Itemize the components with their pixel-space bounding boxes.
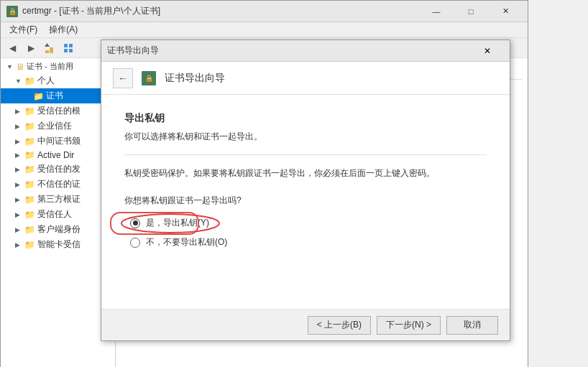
client-auth-arrow: ▶ <box>15 226 22 233</box>
main-title-bar: 🔒 certmgr - [证书 - 当前用户\个人证书] — □ ✕ <box>1 1 528 22</box>
untrusted-icon: 📁 <box>24 180 35 190</box>
trusted-person-icon: 📁 <box>24 210 35 220</box>
title-bar-buttons: — □ ✕ <box>420 1 522 22</box>
minimize-button[interactable]: — <box>420 1 453 22</box>
dialog-close-button[interactable]: ✕ <box>471 40 504 62</box>
sidebar-item-enterprise[interactable]: ▶ 📁 企业信任 <box>1 119 115 134</box>
section-note: 私钥受密码保护。如果要将私钥跟证书一起导出，你必须在后面一页上键入密码。 <box>124 167 487 180</box>
radio-yes-item[interactable]: 是，导出私钥(Y) <box>130 217 487 229</box>
sidebar-item-client-auth[interactable]: ▶ 📁 客户端身份 <box>1 222 115 237</box>
sidebar-smartcard-label: 智能卡受信 <box>37 238 81 251</box>
radio-no-circle <box>130 238 140 248</box>
sidebar-active-dir-label: Active Dir <box>37 150 74 160</box>
active-dir-arrow: ▶ <box>15 152 22 159</box>
sidebar-client-auth-label: 客户端身份 <box>37 223 81 236</box>
section-desc: 你可以选择将私钥和证书一起导出。 <box>124 131 487 143</box>
svg-rect-3 <box>69 44 73 47</box>
smartcard-icon: 📁 <box>24 240 35 250</box>
untrusted-arrow: ▶ <box>15 181 22 188</box>
sidebar-trusted-pub-label: 受信任的发 <box>37 163 81 175</box>
up-button[interactable] <box>41 40 58 56</box>
sidebar-item-trusted-root[interactable]: ▶ 📁 受信任的根 <box>1 103 115 119</box>
main-window-title: certmgr - [证书 - 当前用户\个人证书] <box>22 5 420 17</box>
radio-yes-circle <box>130 218 140 228</box>
menu-action[interactable]: 操作(A) <box>43 22 83 37</box>
sidebar-item-third-party[interactable]: ▶ 📁 第三方根证 <box>1 192 115 207</box>
sidebar-item-cert[interactable]: 📁 证书 <box>1 88 115 103</box>
expand-arrow: ▼ <box>6 63 14 70</box>
maximize-button[interactable]: □ <box>454 1 487 22</box>
active-dir-icon: 📁 <box>24 150 35 160</box>
back-button[interactable]: < 上一步(B) <box>308 316 371 335</box>
sidebar-item-personal[interactable]: ▼ 📁 个人 <box>1 73 115 88</box>
enterprise-icon: 📁 <box>24 121 35 131</box>
svg-rect-1 <box>50 47 53 53</box>
trusted-pub-arrow: ▶ <box>15 166 22 173</box>
intermediate-icon: 📁 <box>24 136 35 147</box>
export-wizard-dialog: 证书导出向导 ✕ ← 🔒 证书导出向导 导出私钥 你可以选择将私钥和证书一起导出… <box>101 40 510 341</box>
svg-rect-2 <box>64 44 68 47</box>
third-party-icon: 📁 <box>24 195 35 205</box>
question-text: 你想将私钥跟证书一起导出吗? <box>124 195 487 207</box>
cert-folder-icon: 📁 <box>33 91 44 101</box>
wizard-body: 导出私钥 你可以选择将私钥和证书一起导出。 私钥受密码保护。如果要将私钥跟证书一… <box>101 95 510 309</box>
sidebar-cert-label: 证书 <box>46 90 63 102</box>
client-auth-icon: 📁 <box>24 225 35 235</box>
forward-button[interactable]: ▶ <box>22 40 40 56</box>
next-button[interactable]: 下一步(N) > <box>377 316 441 335</box>
sidebar-item-untrusted[interactable]: ▶ 📁 不信任的证 <box>1 177 115 192</box>
wizard-title-label: 证书导出向导 <box>165 72 225 85</box>
divider <box>124 154 487 155</box>
back-button[interactable]: ◀ <box>4 40 21 56</box>
menu-file[interactable]: 文件(F) <box>4 22 43 37</box>
sidebar-enterprise-label: 企业信任 <box>37 120 72 132</box>
sidebar-item-smartcard[interactable]: ▶ 📁 智能卡受信 <box>1 237 115 252</box>
trusted-root-arrow: ▶ <box>15 108 22 115</box>
dialog-title: 证书导出向导 <box>107 45 471 57</box>
enterprise-arrow: ▶ <box>15 123 22 130</box>
view-button[interactable] <box>60 40 77 56</box>
personal-folder-icon: 📁 <box>24 76 35 86</box>
dialog-title-bar: 证书导出向导 ✕ <box>101 40 510 62</box>
smartcard-arrow: ▶ <box>15 241 22 248</box>
sidebar-root-label: 证书 - 当前用 <box>27 61 73 72</box>
svg-rect-5 <box>69 49 73 52</box>
sidebar-untrusted-label: 不信任的证 <box>37 178 81 190</box>
sidebar-item-trusted-person[interactable]: ▶ 📁 受信任人 <box>1 207 115 222</box>
wizard-header: ← 🔒 证书导出向导 <box>101 62 510 95</box>
third-party-arrow: ▶ <box>15 196 22 203</box>
sidebar-trusted-root-label: 受信任的根 <box>37 105 81 117</box>
cancel-button[interactable]: 取消 <box>446 316 498 335</box>
radio-no-item[interactable]: 不，不要导出私钥(O) <box>130 236 487 248</box>
intermediate-arrow: ▶ <box>15 138 22 145</box>
trusted-pub-icon: 📁 <box>24 164 35 175</box>
sidebar-personal-label: 个人 <box>37 75 55 87</box>
sidebar-third-party-label: 第三方根证 <box>37 193 81 205</box>
svg-rect-0 <box>45 50 49 53</box>
app-icon: 🔒 <box>6 6 18 17</box>
section-title: 导出私钥 <box>124 112 487 125</box>
trusted-root-icon: 📁 <box>24 106 35 116</box>
sidebar-intermediate-label: 中间证书颁 <box>37 135 81 147</box>
trusted-person-arrow: ▶ <box>15 211 22 218</box>
wizard-back-nav-button[interactable]: ← <box>113 68 133 88</box>
sidebar-item-active-dir[interactable]: ▶ 📁 Active Dir <box>1 149 115 162</box>
sidebar-trusted-person-label: 受信任人 <box>37 208 72 220</box>
menu-bar: 文件(F) 操作(A) <box>1 22 528 38</box>
sidebar-item-intermediate[interactable]: ▶ 📁 中间证书颁 <box>1 134 115 149</box>
folder-icon: 🖥 <box>16 62 24 72</box>
personal-arrow: ▼ <box>15 78 22 85</box>
sidebar-item-root[interactable]: ▼ 🖥 证书 - 当前用 <box>1 60 115 73</box>
sidebar-tree: ▼ 🖥 证书 - 当前用 ▼ 📁 个人 📁 证书 ▶ 📁 受信任的根 ▶ <box>1 58 116 367</box>
sidebar-item-trusted-pub[interactable]: ▶ 📁 受信任的发 <box>1 162 115 177</box>
wizard-footer: < 上一步(B) 下一步(N) > 取消 <box>101 309 510 340</box>
radio-yes-label: 是，导出私钥(Y) <box>146 217 209 229</box>
radio-group: 是，导出私钥(Y) 不，不要导出私钥(O) <box>130 217 487 248</box>
radio-no-label: 不，不要导出私钥(O) <box>146 236 227 248</box>
main-close-button[interactable]: ✕ <box>489 1 522 22</box>
svg-rect-4 <box>64 49 68 52</box>
wizard-icon: 🔒 <box>142 71 156 85</box>
